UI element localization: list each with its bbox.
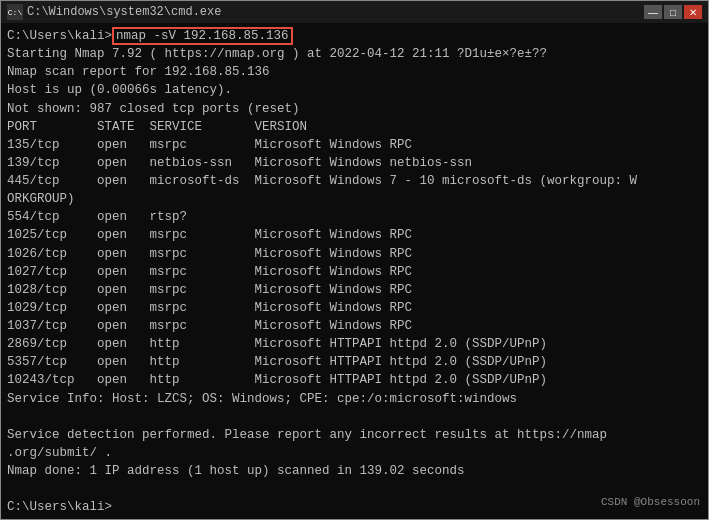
- maximize-button[interactable]: □: [664, 5, 682, 19]
- terminal-line: 1025/tcp open msrpc Microsoft Windows RP…: [7, 226, 702, 244]
- terminal-line: 445/tcp open microsoft-ds Microsoft Wind…: [7, 172, 702, 190]
- terminal-line: 1037/tcp open msrpc Microsoft Windows RP…: [7, 317, 702, 335]
- terminal-line: 5357/tcp open http Microsoft HTTPAPI htt…: [7, 353, 702, 371]
- terminal-line: .org/submit/ .: [7, 444, 702, 462]
- terminal-line: 1026/tcp open msrpc Microsoft Windows RP…: [7, 245, 702, 263]
- terminal-line: [7, 480, 702, 498]
- terminal-line: Service Info: Host: LZCS; OS: Windows; C…: [7, 390, 702, 408]
- terminal-body[interactable]: C:\Users\kali>nmap -sV 192.168.85.136 St…: [1, 23, 708, 519]
- command-prompt: C:\Users\kali>nmap -sV 192.168.85.136: [7, 27, 293, 45]
- terminal-line: 1028/tcp open msrpc Microsoft Windows RP…: [7, 281, 702, 299]
- terminal-line: 10243/tcp open http Microsoft HTTPAPI ht…: [7, 371, 702, 389]
- title-bar-buttons: — □ ✕: [644, 5, 702, 19]
- terminal-line: PORT STATE SERVICE VERSION: [7, 118, 702, 136]
- window-title: C:\Windows\system32\cmd.exe: [27, 5, 221, 19]
- terminal-line: 2869/tcp open http Microsoft HTTPAPI htt…: [7, 335, 702, 353]
- terminal-line: ORKGROUP): [7, 190, 702, 208]
- terminal-line: Starting Nmap 7.92 ( https://nmap.org ) …: [7, 45, 702, 63]
- terminal-line: Service detection performed. Please repo…: [7, 426, 702, 444]
- command-input-line: C:\Users\kali>nmap -sV 192.168.85.136: [7, 27, 702, 45]
- close-button[interactable]: ✕: [684, 5, 702, 19]
- terminal-line: Host is up (0.00066s latency).: [7, 81, 702, 99]
- terminal-line: 135/tcp open msrpc Microsoft Windows RPC: [7, 136, 702, 154]
- terminal-line: 554/tcp open rtsp?: [7, 208, 702, 226]
- minimize-button[interactable]: —: [644, 5, 662, 19]
- terminal-line: C:\Users\kali>: [7, 498, 702, 516]
- title-bar: C:\ C:\Windows\system32\cmd.exe — □ ✕: [1, 1, 708, 23]
- terminal-line: [7, 408, 702, 426]
- terminal-line: 1029/tcp open msrpc Microsoft Windows RP…: [7, 299, 702, 317]
- watermark: CSDN @Obsessoon: [601, 495, 700, 511]
- terminal-output: Starting Nmap 7.92 ( https://nmap.org ) …: [7, 45, 702, 516]
- terminal-line: Nmap scan report for 192.168.85.136: [7, 63, 702, 81]
- title-bar-left: C:\ C:\Windows\system32\cmd.exe: [7, 4, 221, 20]
- terminal-line: Nmap done: 1 IP address (1 host up) scan…: [7, 462, 702, 480]
- terminal-line: 1027/tcp open msrpc Microsoft Windows RP…: [7, 263, 702, 281]
- window-icon: C:\: [7, 4, 23, 20]
- command-highlight: nmap -sV 192.168.85.136: [112, 27, 293, 45]
- terminal-line: Not shown: 987 closed tcp ports (reset): [7, 100, 702, 118]
- terminal-line: 139/tcp open netbios-ssn Microsoft Windo…: [7, 154, 702, 172]
- cmd-window: C:\ C:\Windows\system32\cmd.exe — □ ✕ C:…: [0, 0, 709, 520]
